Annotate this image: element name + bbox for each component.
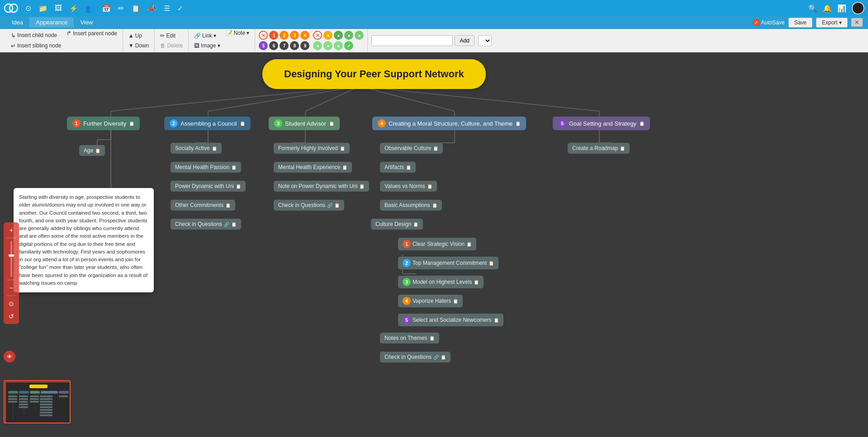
topbar-icon-circle[interactable]: ⊙ [25,4,31,13]
link-button[interactable]: 🔗 Link ▾ [192,32,218,40]
leaf-age[interactable]: Age 📋 [79,145,105,156]
leaf-checkin-b3[interactable]: Check in Questions 🔗 📋 [274,200,344,211]
topbar-icon-image[interactable]: 🖼 [55,4,62,12]
reset-button[interactable]: ↺ [5,310,17,322]
status-3[interactable]: 3 [290,31,299,40]
tab-view[interactable]: View [74,17,99,28]
tag-add-button[interactable]: Add [455,35,474,46]
topbar-icon-list[interactable]: ☰ [164,4,170,13]
branch-assembling-council[interactable]: 2 Assembling a Council 📋 [164,117,251,130]
leaf-notes-themes[interactable]: Notes on Themes 📋 [380,333,439,343]
leaf-model-highest[interactable]: 3 Model on Highest Levels 📋 [398,276,484,288]
insert-child-button[interactable]: ↳ Insert child node [9,31,63,40]
svg-rect-41 [8,398,17,400]
topbar-icon-folder[interactable]: 📁 [38,4,47,13]
dashboard-icon[interactable]: 📊 [837,4,846,13]
delete-button[interactable]: 🗑 Delete [158,42,185,50]
leaf-power-dynamic-b3[interactable]: Note on Power Dynamic with Uni 📋 [274,181,369,192]
notification-icon[interactable]: 🔔 [823,4,832,13]
zoom-thumb[interactable] [9,254,14,257]
down-button[interactable]: ▼ Down [127,42,151,50]
edit-button[interactable]: ✏ Edit [158,32,185,40]
leaf-mh-experience[interactable]: Mental Health Experience 📋 [274,162,352,173]
status-g2[interactable]: ● [344,31,353,40]
up-button[interactable]: ▲ Up [127,32,151,40]
leaf-formerly-involved[interactable]: Formerly Highly Involved 📋 [274,143,350,154]
branch-further-diversity[interactable]: 1 Further Diversity 📋 [67,117,140,130]
leaf-other-commitments[interactable]: Other Commitments 📋 [171,200,235,211]
zoom-track [10,241,12,277]
tab-appearance[interactable]: Appearance [29,17,74,28]
status-8[interactable]: 8 [290,41,299,50]
leaf-basic-assumptions[interactable]: Basic Assumptions 📋 [380,200,442,211]
tab-idea[interactable]: Idea [5,17,29,28]
status-check[interactable]: ✓ [344,41,353,50]
svg-point-1 [9,4,18,12]
note-button[interactable]: 📝 Note ▾ [224,29,251,37]
leaf-checkin-b2[interactable]: Check in Questions 🔗 📋 [171,219,241,230]
leaf-observable-culture[interactable]: Observable Culture 📋 [380,143,443,154]
status-5[interactable]: 5 [259,41,268,50]
toolbar-tag-group: Add [368,29,495,52]
root-label[interactable]: Designing Your Peer Support Network [262,59,486,89]
status-g1[interactable]: ● [334,31,343,40]
save-button[interactable]: Save [788,18,812,28]
leaf-vaporize-haters[interactable]: 4 Vaporize Haters 📋 [398,295,463,307]
fit-button[interactable]: ⊙ [5,298,17,310]
leaf-age-icon: 📋 [95,148,100,153]
topbar-icon-flash[interactable]: ⚡ [69,4,78,13]
status-1[interactable]: 1 [269,31,278,40]
tag-select[interactable] [478,35,492,46]
status-g3[interactable]: ● [355,31,364,40]
topbar-icon-clipboard[interactable]: 📋 [131,4,140,13]
branch2-note-icon: 📋 [240,121,245,126]
leaf-artifacts[interactable]: Artifacts 📋 [380,162,416,173]
toolbar-node-group: ↳ Insert child node ↵ Insert sibling nod… [5,29,123,52]
status-9[interactable]: 9 [300,41,309,50]
svg-rect-29 [29,385,47,388]
status-2[interactable]: 2 [280,31,289,40]
leaf-clear-strategic[interactable]: 1 Clear Strategic Vision 📋 [398,238,476,250]
search-icon[interactable]: 🔍 [808,4,817,13]
insert-parent-button[interactable]: ↱ Insert parent node [65,29,119,38]
status-4[interactable]: 4 [300,31,309,40]
leaf-checkin-b4[interactable]: Check in Questions 🔗 📋 [380,352,451,362]
branch-moral-structure[interactable]: 4 Creating a Moral Structure, Culture, a… [372,117,526,130]
branch-goal-setting[interactable]: 5 Goal Setting and Strategy 📋 [553,117,650,130]
insert-sibling-button[interactable]: ↵ Insert sibling node [9,42,63,50]
leaf-top-management[interactable]: 2 Top Management Commitment 📋 [398,257,498,269]
status-g6[interactable]: ● [334,41,343,50]
topbar-icon-pen[interactable]: ✏ [118,4,124,13]
branch5-badge: 5 [558,119,566,127]
leaf-culture-design[interactable]: Culture Design 📋 [371,219,423,230]
leaf-socially-active[interactable]: Socially Active 📋 [171,143,222,154]
export-button[interactable]: Export ▾ [816,18,848,28]
status-g5[interactable]: ● [323,41,332,50]
leaf-create-roadmap[interactable]: Create a Roadmap 📋 [568,143,630,154]
status-x[interactable]: ✕ [259,31,268,40]
topbar-icon-calendar[interactable]: 📅 [102,4,111,13]
topbar-icon-check[interactable]: ✓ [177,4,183,13]
branch-student-advisor[interactable]: 3 Student Advisor 📋 [269,117,340,130]
topbar-icon-megaphone[interactable]: 📣 [147,4,157,13]
autosave-checkbox[interactable]: ✓ [753,19,759,26]
eye-button[interactable]: 👁 [4,351,15,362]
status-flag-y[interactable]: ● [323,31,332,40]
tag-input[interactable] [371,35,453,46]
sub5-badge: 5 [403,316,411,324]
root-node[interactable]: Designing Your Peer Support Network [262,59,486,89]
status-6[interactable]: 6 [269,41,278,50]
status-7[interactable]: 7 [280,41,289,50]
image-button[interactable]: 🖼 Image ▾ [192,42,222,50]
topbar-icon-people[interactable]: 👥 [85,4,95,13]
leaf-values-norms[interactable]: Values vs Norms 📋 [380,181,437,192]
avatar[interactable] [852,2,864,14]
status-flag-x[interactable]: ✕ [313,31,322,40]
status-g4[interactable]: ● [313,41,322,50]
leaf-power-dynamic-b2[interactable]: Power Dynamic with Uni 📋 [171,181,246,192]
leaf-mh-passion[interactable]: Mental Health Passion 📋 [171,162,241,173]
close-button[interactable]: ✕ [851,18,863,27]
zoom-in-button[interactable]: + [5,224,17,236]
zoom-out-button[interactable]: − [5,282,17,294]
leaf-socialize-newcomers[interactable]: 5 Select and Socialize Newcomers 📋 [398,314,503,326]
